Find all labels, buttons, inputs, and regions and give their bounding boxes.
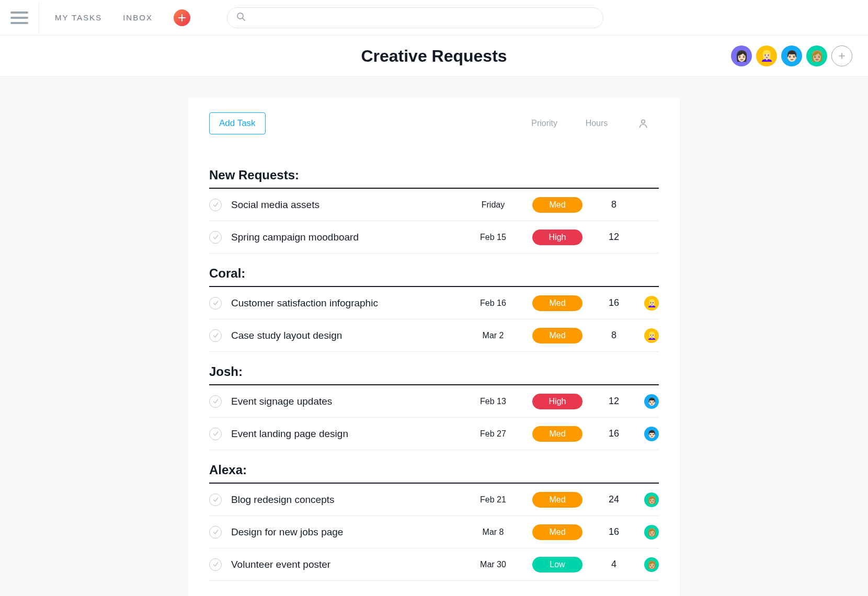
section: Alexa:Blog redesign conceptsFeb 21Med24👩… [188,450,680,581]
complete-checkbox[interactable] [209,199,222,211]
search-input[interactable] [227,7,603,28]
task-hours: 4 [603,559,624,570]
task-date: Feb 21 [470,495,517,505]
add-button[interactable] [174,9,190,26]
svg-point-2 [642,120,645,123]
task-row[interactable]: Customer satisfaction infographicFeb 16M… [209,287,659,319]
section: Coral:Customer satisfaction infographicF… [188,254,680,352]
member-avatar[interactable]: 👩🏼 [806,45,827,66]
priority-pill[interactable]: Med [532,492,583,508]
priority-pill[interactable]: Med [532,295,583,311]
task-title: Case study layout design [231,330,470,341]
complete-checkbox[interactable] [209,526,222,538]
priority-pill[interactable]: Med [532,197,583,213]
task-date: Feb 13 [470,397,517,406]
task-row[interactable]: Design for new jobs pageMar 8Med16👩🏼 [209,516,659,548]
assignee-avatar: 👱🏻‍♀️ [644,328,659,343]
task-row[interactable]: Event signage updatesFeb 13High12👨🏻 [209,385,659,418]
assignee-avatar: 👩🏼 [644,492,659,507]
task-row[interactable]: Case study layout designMar 2Med8👱🏻‍♀️ [209,319,659,352]
task-title: Design for new jobs page [231,526,470,538]
plus-icon [838,52,846,60]
task-date: Feb 15 [470,233,517,242]
task-title: Event landing page design [231,428,470,440]
task-row[interactable]: Spring campaign moodboardFeb 15High12 [209,221,659,254]
section-title[interactable]: Josh: [209,352,659,385]
task-assignee[interactable]: 👱🏻‍♀️ [644,296,659,311]
check-icon [212,496,219,503]
priority-pill[interactable]: Low [532,557,583,572]
add-member-button[interactable] [831,45,852,66]
complete-checkbox[interactable] [209,558,222,571]
task-hours: 8 [603,199,624,210]
task-hours: 24 [603,494,624,505]
search-icon [236,12,246,24]
section-title[interactable]: Alexa: [209,450,659,484]
task-row[interactable]: Social media assetsFridayMed8 [209,189,659,221]
task-date: Mar 2 [470,331,517,340]
task-assignee[interactable]: 👩🏼 [644,525,659,540]
check-icon [212,332,219,339]
task-assignee[interactable]: 👨🏻 [644,427,659,441]
complete-checkbox[interactable] [209,329,222,342]
task-assignee[interactable]: 👱🏻‍♀️ [644,328,659,343]
check-icon [212,300,219,306]
check-icon [212,234,219,240]
task-title: Blog redesign concepts [231,494,470,506]
complete-checkbox[interactable] [209,395,222,408]
section-title[interactable]: Coral: [209,254,659,287]
check-icon [212,561,219,568]
check-icon [212,430,219,437]
assignee-avatar: 👨🏻 [644,394,659,409]
member-avatar[interactable]: 👱🏻‍♀️ [756,45,777,66]
assignee-avatar: 👩🏼 [644,557,659,572]
nav-inbox[interactable]: INBOX [123,13,153,22]
complete-checkbox[interactable] [209,494,222,506]
plus-icon [178,14,186,22]
assignee-avatar: 👱🏻‍♀️ [644,296,659,311]
complete-checkbox[interactable] [209,297,222,310]
task-title: Volunteer event poster [231,559,470,570]
task-hours: 8 [603,330,624,341]
member-avatar[interactable]: 👩🏻 [731,45,752,66]
member-avatar[interactable]: 👨🏻 [781,45,802,66]
complete-checkbox[interactable] [209,428,222,440]
check-icon [212,398,219,405]
section: New Requests:Social media assetsFridayMe… [188,155,680,254]
priority-header: Priority [531,119,557,128]
task-hours: 16 [603,526,624,537]
priority-pill[interactable]: High [532,394,583,409]
task-hours: 16 [603,428,624,439]
task-row[interactable]: Volunteer event posterMar 30Low4👩🏼 [209,548,659,581]
section: Josh:Event signage updatesFeb 13High12👨🏻… [188,352,680,450]
task-date: Mar 8 [470,528,517,537]
task-title: Customer satisfaction infographic [231,297,470,309]
column-headers: Priority Hours [531,118,650,129]
task-hours: 16 [603,297,624,308]
members: 👩🏻👱🏻‍♀️👨🏻👩🏼 [731,45,852,66]
assignee-avatar: 👩🏼 [644,525,659,540]
complete-checkbox[interactable] [209,231,222,244]
task-date: Mar 30 [470,560,517,569]
nav-my-tasks[interactable]: MY TASKS [55,13,102,22]
add-task-button[interactable]: Add Task [209,112,266,134]
priority-pill[interactable]: High [532,230,583,245]
user-icon [638,118,648,129]
priority-pill[interactable]: Med [532,426,583,442]
topbar: MY TASKS INBOX [0,0,868,36]
task-title: Social media assets [231,199,470,211]
task-assignee[interactable]: 👨🏻 [644,394,659,409]
priority-pill[interactable]: Med [532,524,583,540]
task-title: Spring campaign moodboard [231,232,470,243]
section-title[interactable]: New Requests: [209,155,659,189]
main-panel: Add Task Priority Hours New Requests:Soc… [188,98,680,596]
task-date: Feb 27 [470,429,517,439]
task-assignee[interactable]: 👩🏼 [644,492,659,507]
assignee-avatar: 👨🏻 [644,427,659,441]
priority-pill[interactable]: Med [532,328,583,343]
task-assignee[interactable]: 👩🏼 [644,557,659,572]
check-icon [212,201,219,208]
menu-toggle[interactable] [10,9,28,27]
task-row[interactable]: Event landing page designFeb 27Med16👨🏻 [209,418,659,450]
task-row[interactable]: Blog redesign conceptsFeb 21Med24👩🏼 [209,484,659,516]
